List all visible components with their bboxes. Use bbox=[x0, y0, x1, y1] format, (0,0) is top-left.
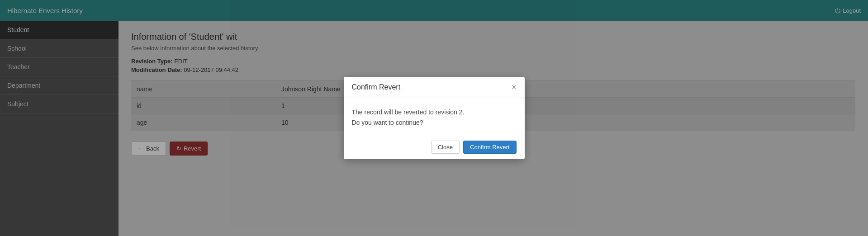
modal-body-line2: Do you want to continue? bbox=[352, 118, 517, 127]
modal-close-button[interactable]: Close bbox=[431, 141, 460, 154]
modal-footer: Close Confirm Revert bbox=[344, 135, 525, 159]
modal-close-label: Close bbox=[438, 144, 453, 151]
modal-body: The record will be reverted to revision … bbox=[344, 98, 525, 135]
modal-header: Confirm Revert × bbox=[344, 77, 525, 98]
modal-confirm-button[interactable]: Confirm Revert bbox=[463, 141, 516, 154]
modal-overlay: Confirm Revert × The record will be reve… bbox=[0, 0, 868, 236]
confirm-revert-modal: Confirm Revert × The record will be reve… bbox=[344, 77, 525, 159]
modal-body-line1: The record will be reverted to revision … bbox=[352, 107, 517, 117]
modal-close-x-button[interactable]: × bbox=[512, 83, 517, 91]
modal-confirm-label: Confirm Revert bbox=[470, 144, 509, 151]
modal-title: Confirm Revert bbox=[352, 83, 401, 91]
